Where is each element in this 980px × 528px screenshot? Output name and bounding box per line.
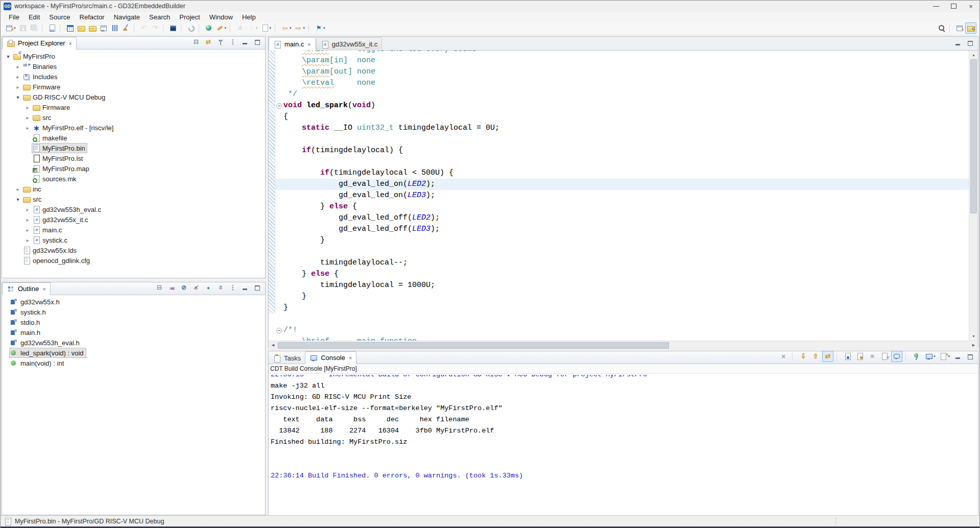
tab-close-icon[interactable]: × bbox=[42, 286, 45, 292]
scroll-up-arrow[interactable]: ▲ bbox=[969, 51, 978, 59]
forward-button[interactable]: ▾ bbox=[293, 22, 307, 34]
editor-maximize-button[interactable] bbox=[965, 37, 976, 49]
tree-item-content[interactable]: MyFirstPro bbox=[12, 51, 57, 61]
terminate-button[interactable] bbox=[778, 351, 789, 362]
code-line[interactable] bbox=[275, 134, 969, 145]
tree-expander[interactable]: ▾ bbox=[14, 197, 22, 202]
undo-button[interactable] bbox=[138, 22, 150, 34]
code-line[interactable]: } else { bbox=[275, 269, 969, 280]
code-line[interactable]: static __IO uint32_t timingdelaylocal = … bbox=[275, 123, 969, 134]
outline-item-content[interactable]: systick.h bbox=[9, 307, 49, 317]
code-window-button[interactable] bbox=[98, 22, 109, 34]
tree-item[interactable]: ▸inc bbox=[2, 184, 265, 194]
outline-item[interactable]: stdio.h bbox=[2, 317, 265, 327]
menu-file[interactable]: File bbox=[4, 13, 24, 21]
cpp-perspective-button[interactable] bbox=[965, 22, 976, 34]
minimize-button[interactable] bbox=[240, 36, 251, 47]
next-item-button[interactable] bbox=[798, 351, 809, 362]
outline-item-content[interactable]: gd32vw553h_eval.h bbox=[9, 338, 82, 348]
build-button[interactable] bbox=[64, 22, 76, 34]
outline-item-content[interactable]: stdio.h bbox=[9, 317, 42, 327]
code-line[interactable]: */ bbox=[275, 89, 969, 100]
editor-viewport[interactable]: \brief toggle the led every 500ms \param… bbox=[269, 51, 978, 341]
tree-item[interactable]: ▸Firmware bbox=[2, 82, 265, 92]
hide-static-members-button[interactable] bbox=[190, 282, 202, 293]
menu-source[interactable]: Source bbox=[44, 13, 75, 21]
editor-minimize-button[interactable] bbox=[952, 37, 964, 49]
maximize-button[interactable] bbox=[252, 36, 263, 47]
flash-programmer-button[interactable]: ▾ bbox=[214, 22, 228, 34]
show-on-output-button[interactable] bbox=[822, 351, 833, 362]
tree-expander[interactable]: ▾ bbox=[14, 94, 22, 100]
outline-item-content[interactable]: gd32vw55x.h bbox=[9, 297, 62, 307]
code-line[interactable]: } bbox=[275, 291, 969, 302]
previous-item-button[interactable] bbox=[810, 351, 821, 362]
sort-button[interactable] bbox=[166, 282, 177, 293]
outline-item[interactable]: gd32vw553h_eval.h bbox=[2, 338, 265, 348]
scroll-right-arrow[interactable]: ▶ bbox=[969, 341, 978, 349]
flash-programmer-dropdown-caret[interactable]: ▾ bbox=[225, 26, 227, 30]
display-selected-console-dropdown-caret[interactable]: ▾ bbox=[934, 354, 936, 358]
save-button[interactable] bbox=[17, 22, 29, 34]
tree-item-content[interactable]: main.c bbox=[32, 225, 64, 235]
tree-expander[interactable]: ▾ bbox=[4, 54, 12, 59]
tree-expander[interactable]: ▸ bbox=[23, 227, 32, 233]
code-line[interactable]: if(timingdelaylocal < 500U) { bbox=[275, 167, 969, 179]
tree-item-content[interactable]: MyFirstPro.elf - [riscv/le] bbox=[32, 123, 115, 133]
code-line[interactable]: } else { bbox=[275, 201, 969, 212]
console-window-button[interactable] bbox=[168, 22, 179, 34]
minimize-button[interactable] bbox=[240, 282, 251, 293]
horizontal-scroll-thumb[interactable] bbox=[278, 342, 669, 349]
tree-item[interactable]: openocd_gdlink.cfg bbox=[2, 255, 265, 266]
tree-item[interactable]: ▸Binaries bbox=[2, 61, 265, 71]
hide-non-public-button[interactable] bbox=[203, 282, 214, 293]
tree-item-content[interactable]: Firmware bbox=[22, 82, 62, 92]
debug-ball-button[interactable] bbox=[203, 22, 214, 34]
menu-navigate[interactable]: Navigate bbox=[109, 13, 145, 21]
code-line[interactable]: gd_eval_led_on(LED3); bbox=[275, 190, 969, 201]
tree-item[interactable]: sources.mk bbox=[2, 174, 265, 184]
clear-console-button[interactable] bbox=[879, 351, 890, 362]
pin-editor-dropdown-caret[interactable]: ▾ bbox=[323, 26, 325, 30]
outline-item[interactable]: main(void) : int bbox=[2, 358, 265, 368]
insert-mark-button[interactable]: ▾ bbox=[246, 22, 259, 34]
menu-window[interactable]: Window bbox=[205, 13, 237, 21]
code-line-current[interactable]: gd_eval_led_on(LED2); bbox=[275, 179, 969, 190]
minimize-button[interactable] bbox=[952, 351, 964, 362]
tree-expander[interactable]: ▸ bbox=[23, 217, 32, 223]
forward-dropdown-caret[interactable]: ▾ bbox=[303, 26, 305, 30]
code-line[interactable] bbox=[275, 246, 969, 257]
back-dropdown-caret[interactable]: ▾ bbox=[290, 26, 292, 30]
code-line[interactable]: } bbox=[275, 302, 969, 314]
code-line[interactable]: \brief toggle the led every 500ms bbox=[275, 51, 969, 55]
template-dropdown-caret[interactable]: ▾ bbox=[270, 26, 272, 30]
tree-item[interactable]: ▾src bbox=[2, 194, 265, 204]
open-perspective-button[interactable] bbox=[954, 22, 965, 34]
code-area[interactable]: \brief toggle the led every 500ms \param… bbox=[269, 51, 969, 341]
tree-item-content[interactable]: src bbox=[22, 194, 43, 204]
font-style-button[interactable] bbox=[234, 22, 246, 34]
tree-expander[interactable]: ▸ bbox=[14, 74, 22, 80]
maximize-button[interactable] bbox=[945, 1, 962, 12]
tree-item-content[interactable]: MyFirstPro.map bbox=[32, 163, 91, 174]
tab-close-icon[interactable]: × bbox=[68, 40, 71, 46]
code-line[interactable]: \brief main function bbox=[275, 336, 969, 341]
menu-edit[interactable]: Edit bbox=[24, 13, 44, 21]
hide-fields-button[interactable] bbox=[178, 282, 189, 293]
tree-item[interactable]: ▾GD RISC-V MCU Debug bbox=[2, 92, 265, 102]
menu-search[interactable]: Search bbox=[145, 13, 175, 21]
pin-console-button[interactable] bbox=[891, 351, 902, 362]
maximize-button[interactable] bbox=[252, 282, 263, 293]
scroll-left-arrow[interactable]: ◀ bbox=[269, 341, 277, 349]
collapse-all-button[interactable] bbox=[190, 36, 202, 47]
tree-expander[interactable]: ▸ bbox=[23, 125, 32, 131]
code-line[interactable]: void led_spark(void) bbox=[275, 100, 969, 111]
close-button[interactable]: × bbox=[962, 1, 979, 12]
tree-item[interactable]: ▸gd32vw553h_eval.c bbox=[2, 204, 265, 214]
clean-button[interactable] bbox=[121, 22, 132, 34]
tree-item-content[interactable]: gd32vw55x_it.c bbox=[32, 214, 90, 225]
tree-expander[interactable]: ▸ bbox=[14, 84, 22, 90]
code-line[interactable]: timingdelaylocal--; bbox=[275, 257, 969, 269]
settings-sliders-button[interactable] bbox=[109, 22, 121, 34]
save-output-button[interactable] bbox=[842, 351, 853, 362]
